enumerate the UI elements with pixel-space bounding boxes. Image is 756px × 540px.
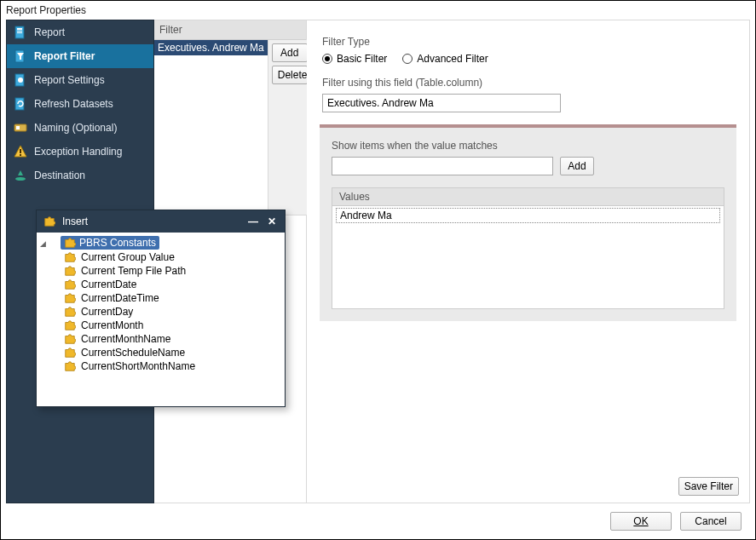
insert-popup: Insert — ✕ ◢ PBRS Constants Current Grou… xyxy=(36,210,286,407)
match-add-button[interactable]: Add xyxy=(560,157,594,175)
filter-icon xyxy=(14,49,27,63)
ok-button[interactable]: OK xyxy=(610,512,672,531)
svg-point-14 xyxy=(15,177,26,181)
sidebar-item-destination[interactable]: Destination xyxy=(7,164,153,187)
match-values-section: Show items when the value matches Add Va… xyxy=(320,124,736,321)
puzzle-icon xyxy=(64,333,76,345)
puzzle-icon xyxy=(64,279,76,290)
radio-dot-icon xyxy=(322,54,332,64)
tree-item[interactable]: Current Group Value xyxy=(38,250,283,264)
sidebar-label: Report Settings xyxy=(34,74,105,86)
tree-item-label: CurrentShortMonthName xyxy=(81,360,195,372)
radio-label: Basic Filter xyxy=(337,53,387,65)
tree-item[interactable]: CurrentDate xyxy=(38,278,283,291)
insert-popup-titlebar: Insert — ✕ xyxy=(37,210,285,233)
svg-rect-10 xyxy=(16,126,20,129)
puzzle-icon xyxy=(64,251,76,263)
tree-item[interactable]: Current Temp File Path xyxy=(38,264,283,278)
tree-item-label: CurrentMonth xyxy=(81,319,143,331)
filter-type-label: Filter Type xyxy=(322,36,734,48)
basic-filter-radio[interactable]: Basic Filter xyxy=(322,53,387,65)
svg-rect-13 xyxy=(20,154,21,156)
sidebar-label: Naming (Optional) xyxy=(34,122,117,134)
tree-item[interactable]: CurrentMonthName xyxy=(38,332,283,346)
svg-point-7 xyxy=(18,78,23,83)
tree-item[interactable]: CurrentMonth xyxy=(38,319,283,332)
values-header: Values xyxy=(332,188,724,206)
dialog-buttons: OK Cancel xyxy=(610,512,742,531)
tree-item-label: Current Temp File Path xyxy=(81,265,186,277)
filter-list-item[interactable]: Executives. Andrew Ma xyxy=(154,40,268,55)
svg-rect-12 xyxy=(20,149,21,153)
report-properties-dialog: Report Properties Report Report Filter R… xyxy=(0,0,756,540)
tree-item[interactable]: CurrentDateTime xyxy=(38,291,283,305)
sidebar-label: Report Filter xyxy=(34,50,95,62)
match-label: Show items when the value matches xyxy=(332,140,724,152)
puzzle-icon xyxy=(64,306,76,318)
tree-item-label: CurrentMonthName xyxy=(81,333,170,345)
report-icon xyxy=(14,26,27,39)
naming-icon xyxy=(14,121,27,135)
sidebar-label: Refresh Datasets xyxy=(34,98,113,110)
save-filter-button[interactable]: Save Filter xyxy=(678,477,739,496)
radio-label: Advanced Filter xyxy=(417,53,488,65)
tree-item-label: CurrentDate xyxy=(81,279,136,290)
sidebar-item-naming[interactable]: Naming (Optional) xyxy=(7,116,153,140)
puzzle-icon xyxy=(43,215,55,227)
sidebar-label: Exception Handling xyxy=(34,146,122,158)
settings-icon xyxy=(14,73,27,87)
filter-list-header: Filter xyxy=(154,20,306,40)
tree-item-label: CurrentDateTime xyxy=(81,292,159,304)
sidebar-item-report[interactable]: Report xyxy=(7,20,153,44)
filter-editor-panel: Filter Type Basic Filter Advanced Filter… xyxy=(307,20,750,503)
svg-rect-3 xyxy=(17,32,22,33)
tree-item-label: CurrentScheduleName xyxy=(81,347,185,359)
insert-popup-title: Insert xyxy=(62,215,88,227)
filter-add-button[interactable]: Add xyxy=(272,43,308,62)
radio-dot-icon xyxy=(402,54,413,64)
refresh-icon xyxy=(14,97,27,111)
destination-icon xyxy=(14,169,27,182)
tree-item-label: Current Group Value xyxy=(81,251,175,263)
puzzle-icon xyxy=(64,360,76,372)
puzzle-icon xyxy=(64,237,76,249)
tree-item[interactable]: CurrentDay xyxy=(38,305,283,319)
match-value-input[interactable] xyxy=(332,157,553,175)
puzzle-icon xyxy=(64,292,76,304)
tree-expander[interactable]: ◢ xyxy=(38,239,47,248)
sidebar-item-report-filter[interactable]: Report Filter xyxy=(7,44,153,68)
filter-delete-button[interactable]: Delete xyxy=(272,66,308,84)
filter-list-buttons: Add Delete xyxy=(268,40,311,215)
sidebar-item-exception-handling[interactable]: Exception Handling xyxy=(7,140,153,164)
svg-rect-1 xyxy=(17,28,22,30)
close-icon[interactable]: ✕ xyxy=(266,215,278,227)
tree-root-pbrs-constants[interactable]: PBRS Constants xyxy=(61,236,159,250)
sidebar-item-report-settings[interactable]: Report Settings xyxy=(7,68,153,92)
sidebar-item-refresh-datasets[interactable]: Refresh Datasets xyxy=(7,92,153,116)
warning-icon xyxy=(14,145,27,158)
filter-field-label: Filter using this field (Table.column) xyxy=(322,77,734,89)
puzzle-icon xyxy=(64,319,76,331)
filter-field-input[interactable] xyxy=(322,94,561,112)
puzzle-icon xyxy=(64,347,76,359)
value-item[interactable]: Andrew Ma xyxy=(336,208,720,223)
tree-item-label: CurrentDay xyxy=(81,306,133,318)
advanced-filter-radio[interactable]: Advanced Filter xyxy=(402,53,488,65)
cancel-button[interactable]: Cancel xyxy=(680,512,742,531)
filter-list[interactable]: Executives. Andrew Ma xyxy=(154,40,268,215)
puzzle-icon xyxy=(64,265,76,277)
window-title: Report Properties xyxy=(1,1,755,20)
sidebar-label: Report xyxy=(34,26,65,38)
values-list[interactable]: Andrew Ma xyxy=(332,206,724,308)
svg-rect-2 xyxy=(17,31,22,32)
minimize-icon[interactable]: — xyxy=(247,215,259,227)
tree-item[interactable]: CurrentShortMonthName xyxy=(38,359,283,373)
insert-tree[interactable]: ◢ PBRS Constants Current Group ValueCurr… xyxy=(37,233,285,406)
tree-root-label: PBRS Constants xyxy=(79,237,156,249)
sidebar-label: Destination xyxy=(34,169,85,181)
tree-item[interactable]: CurrentScheduleName xyxy=(38,346,283,359)
filter-type-radios: Basic Filter Advanced Filter xyxy=(322,53,734,65)
